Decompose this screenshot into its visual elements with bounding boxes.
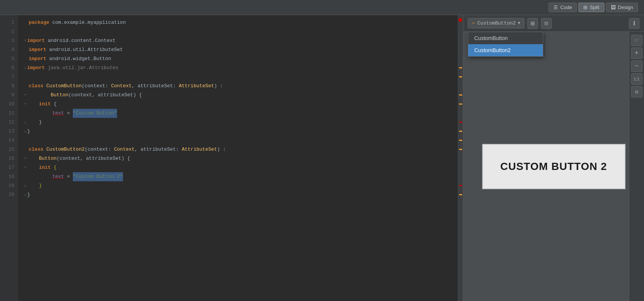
code-token [29, 172, 52, 181]
gutter-mark [459, 94, 462, 96]
gutter-mark [459, 194, 462, 195]
component-selector[interactable]: ✂ CustomButton2 ▼ [468, 18, 524, 28]
code-token: package [29, 18, 52, 27]
code-line: import android.widget.Button [24, 54, 452, 63]
line-number: 13 [0, 127, 14, 136]
code-token: java.util.jar.Attributes [48, 63, 118, 73]
fold-icon: ▾ [24, 91, 26, 100]
zoom-out-button[interactable]: − [631, 60, 642, 72]
fold-icon: ▾ [24, 154, 26, 163]
preview-button[interactable]: CUSTOM BUTTON 2 [482, 144, 626, 189]
line-number: 19 [0, 181, 14, 190]
code-line: class CustomButton2(context: Context, at… [24, 145, 452, 154]
gutter-mark [459, 131, 462, 132]
chevron-down-icon: ▼ [518, 21, 520, 25]
code-line [24, 136, 452, 145]
code-line: class CustomButton(context: Context, att… [24, 82, 452, 91]
code-token: (context, attributeSet) { [68, 91, 142, 100]
code-token: (context: [81, 82, 111, 91]
gutter-mark [459, 185, 462, 186]
fold-icon: ▾ [24, 163, 26, 172]
code-token: { [54, 163, 57, 172]
design-icon: 🖼 [611, 5, 616, 10]
add-component-button[interactable]: ⊞ [527, 18, 538, 29]
design-label: Design [618, 5, 633, 10]
gutter-mark [459, 67, 462, 68]
code-token: = [64, 109, 73, 118]
split-icon: ⊞ [583, 5, 587, 10]
code-token: com.example.myapplication [52, 18, 126, 27]
line-number: 20 [0, 190, 14, 199]
component-name: CustomButton2 [477, 20, 515, 26]
line-number: 16 [0, 154, 14, 163]
code-token: import [27, 63, 48, 73]
zoom-in-button[interactable]: + [631, 48, 642, 59]
code-token: CustomButton [46, 82, 82, 91]
wrench-icon: ✂ [472, 20, 475, 26]
code-line: text = "Custom Button 2" [24, 172, 452, 181]
code-token: AttributeSet [179, 82, 214, 91]
design-view-button[interactable]: 🖼 Design [606, 3, 638, 12]
line-number: 6 [0, 63, 14, 73]
code-line: package com.example.myapplication [24, 18, 452, 27]
line-number: 4 [0, 45, 14, 54]
fold-icon: ▾ [24, 100, 26, 109]
design-topbar: ✂ CustomButton2 ▼ ⊞ ⊟ ℹ CustomButton Cus… [463, 15, 644, 32]
line-number: 17 [0, 163, 14, 172]
code-token: } [27, 118, 42, 127]
code-view-button[interactable]: ☰ Code [549, 3, 577, 12]
fit-button[interactable]: ⊡ [631, 86, 642, 97]
code-token: = [64, 172, 73, 181]
design-panel: ✂ CustomButton2 ▼ ⊞ ⊟ ℹ CustomButton Cus… [463, 15, 644, 301]
code-token: Button [27, 154, 57, 163]
line-number: 14 [0, 136, 14, 145]
code-line: ▾ init { [24, 163, 452, 172]
code-token: Button [27, 91, 68, 100]
fold-icon: △ [24, 63, 26, 73]
split-view-button[interactable]: ⊞ Split [578, 3, 604, 12]
code-line: ▾import android.content.Context [24, 36, 452, 45]
line-numbers: 1234567891011121314151617181920 [0, 15, 18, 301]
dropdown-item-custombtn2[interactable]: CustomButton2 [468, 44, 543, 56]
code-token: class [29, 145, 46, 154]
fold-icon: △ [24, 181, 26, 190]
code-token: { [54, 100, 57, 109]
code-token: text [52, 172, 64, 181]
code-token: Context [111, 82, 132, 91]
error-indicator [458, 18, 462, 22]
code-token: "Custom Button 2" [73, 172, 123, 181]
code-line: △ } [24, 118, 452, 127]
split-label: Split [590, 5, 599, 10]
design-canvas: CUSTOM BUTTON 2 ☞ + − 1:1 ⊡ [463, 32, 644, 301]
code-token: , attributeSet: [132, 82, 179, 91]
line-number: 15 [0, 145, 14, 154]
fold-icon: △ [24, 127, 26, 136]
info-button[interactable]: ℹ [629, 18, 639, 29]
preview-button-text: CUSTOM BUTTON 2 [500, 161, 607, 173]
code-token: "Custom Button" [73, 109, 117, 118]
cursor-tool-button[interactable]: ☞ [631, 35, 642, 46]
line-number: 11 [0, 109, 14, 118]
line-number: 10 [0, 100, 14, 109]
code-token: import [29, 45, 49, 54]
line-number: 1 [0, 18, 14, 27]
code-token: (context: [85, 145, 114, 154]
code-line: △} [24, 190, 452, 199]
code-line: text = "Custom Button" [24, 109, 452, 118]
line-number: 9 [0, 91, 14, 100]
code-token: } [27, 127, 30, 136]
code-token: class [29, 82, 46, 91]
code-token: android.content.Context [48, 36, 115, 45]
code-line: △ } [24, 181, 452, 190]
code-line [24, 73, 452, 82]
grid-button[interactable]: ⊟ [541, 18, 552, 29]
code-editor[interactable]: package com.example.myapplication ▾impor… [18, 15, 458, 301]
fold-icon: △ [24, 118, 26, 127]
dropdown-item-custombtn[interactable]: CustomButton [468, 32, 543, 44]
main-area: 1234567891011121314151617181920 package … [0, 15, 644, 301]
line-number: 7 [0, 73, 14, 82]
code-line: ▾ Button(context, attributeSet) { [24, 91, 452, 100]
ratio-button[interactable]: 1:1 [631, 73, 642, 85]
code-line: ▾ init { [24, 100, 452, 109]
code-token: (context, attributeSet) { [57, 154, 130, 163]
